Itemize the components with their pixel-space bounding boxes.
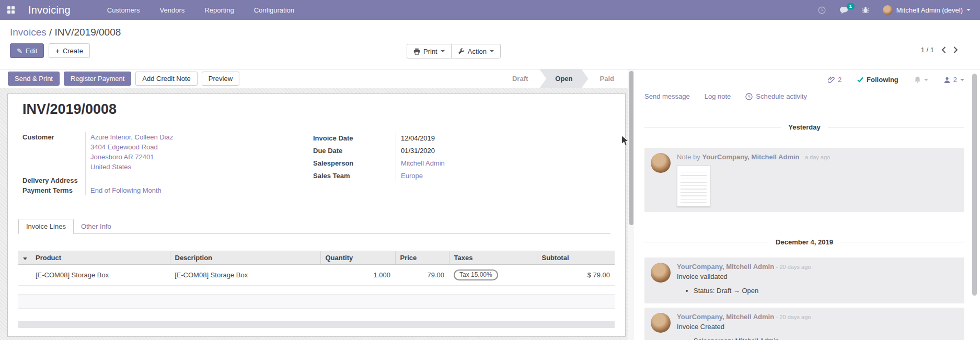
activities-clock-icon[interactable]: [818, 6, 826, 14]
divider-date: December 4, 2019: [644, 238, 964, 246]
edit-button[interactable]: ✎ Edit: [10, 43, 44, 58]
mouse-cursor: [621, 135, 630, 149]
invoice-sheet: INV/2019/0008 Customer Azure Interior, C…: [7, 93, 626, 337]
breadcrumb-current: INV/2019/0008: [55, 27, 121, 38]
horizontal-scrollbar[interactable]: [18, 321, 615, 328]
cell-product[interactable]: [E-COM08] Storage Box: [31, 265, 170, 286]
state-draft[interactable]: Draft: [501, 69, 539, 88]
due-date-label: Due Date: [313, 145, 396, 157]
person-icon: [944, 77, 950, 83]
print-button[interactable]: Print: [407, 44, 452, 58]
salesperson-value[interactable]: Mitchell Admin: [396, 157, 445, 170]
pager-previous-icon[interactable]: [941, 46, 946, 53]
nav-item-vendors[interactable]: Vendors: [160, 6, 185, 14]
create-button[interactable]: + Create: [49, 43, 90, 58]
following-button[interactable]: Following: [857, 76, 898, 84]
cell-description[interactable]: [E-COM08] Storage Box: [170, 265, 320, 286]
form-panel: Send & Print Register Payment Add Credit…: [0, 69, 634, 340]
note-message: Note by YourCompany, Mitchell Admin - a …: [644, 148, 964, 212]
message-author[interactable]: YourCompany, Mitchell Admin: [702, 153, 799, 161]
empty-table-row: [18, 294, 615, 309]
cell-subtotal[interactable]: $ 79.00: [537, 265, 615, 286]
printer-icon: [413, 48, 420, 55]
table-header-row: Product Description Quantity Price Taxes…: [18, 251, 615, 265]
divider-yesterday: Yesterday: [644, 123, 964, 131]
chatter-scrollbar-thumb[interactable]: [972, 74, 977, 296]
column-taxes[interactable]: Taxes: [449, 251, 537, 265]
cell-price[interactable]: 79.00: [395, 265, 449, 286]
sales-team-value[interactable]: Europe: [396, 170, 445, 182]
column-subtotal[interactable]: Subtotal: [537, 251, 615, 265]
customer-city[interactable]: Jonesboro AR 72401: [85, 152, 313, 162]
send-message-button[interactable]: Send message: [644, 92, 690, 100]
form-scrollbar-thumb[interactable]: [629, 71, 633, 225]
avatar: [651, 153, 671, 173]
cell-quantity[interactable]: 1.000: [320, 265, 395, 286]
add-credit-note-button[interactable]: Add Credit Note: [135, 72, 198, 86]
cell-taxes[interactable]: Tax 15.00%: [449, 265, 537, 286]
tab-invoice-lines[interactable]: Invoice Lines: [18, 219, 74, 234]
state-paid[interactable]: Paid: [589, 69, 626, 88]
preview-button[interactable]: Preview: [202, 72, 239, 86]
chatter-actions: Send message Log note Schedule activity: [644, 92, 964, 100]
tab-other-info[interactable]: Other Info: [74, 219, 119, 233]
attachment-thumbnail[interactable]: [677, 165, 710, 207]
user-menu[interactable]: Mitchell Admin (devel): [883, 5, 971, 15]
tracking-value: Salesperson: Mitchell Admin: [694, 337, 811, 340]
pager-next-icon[interactable]: [953, 46, 958, 53]
sales-team-label: Sales Team: [313, 170, 396, 182]
subscription-bell-button[interactable]: [914, 76, 928, 83]
customer-street[interactable]: 3404 Edgewood Road: [85, 142, 313, 152]
chevron-down-icon: [490, 50, 494, 52]
customer-name-link[interactable]: Azure Interior, Colleen Diaz: [85, 132, 313, 142]
payment-terms-value[interactable]: End of Following Month: [85, 185, 313, 195]
breadcrumb-invoices[interactable]: Invoices: [10, 27, 47, 38]
pager-value: 1 / 1: [921, 46, 934, 54]
sort-caret-icon[interactable]: [18, 251, 31, 265]
tracking-value: Status: Draft → Open: [694, 287, 811, 295]
delivery-address-value[interactable]: [85, 175, 313, 185]
message-header: YourCompany, Mitchell Admin - 20 days ag…: [677, 263, 811, 271]
attachments-button[interactable]: 2: [828, 76, 841, 84]
due-date-value[interactable]: 01/31/2020: [396, 145, 445, 157]
check-icon: [857, 77, 863, 83]
column-product[interactable]: Product: [31, 251, 170, 265]
form-scrollbar[interactable]: [628, 69, 634, 340]
messages-icon[interactable]: 1: [839, 6, 848, 14]
breadcrumb-separator: /: [47, 27, 55, 38]
invoice-date-value[interactable]: 12/04/2019: [396, 132, 445, 145]
chevron-down-icon: [441, 50, 445, 52]
nav-item-customers[interactable]: Customers: [107, 6, 140, 14]
navbar-right: 1 Mitchell Admin (devel): [818, 5, 971, 15]
column-description[interactable]: Description: [170, 251, 320, 265]
pager: 1 / 1: [921, 46, 958, 54]
chevron-down-icon: [960, 79, 964, 81]
tax-badge: Tax 15.00%: [454, 269, 498, 280]
message-header: Note by YourCompany, Mitchell Admin - a …: [677, 153, 830, 161]
message-invoice-validated: YourCompany, Mitchell Admin - 20 days ag…: [644, 257, 964, 303]
column-quantity[interactable]: Quantity: [320, 251, 395, 265]
app-brand[interactable]: Invoicing: [28, 4, 71, 16]
message-author[interactable]: YourCompany, Mitchell Admin: [677, 313, 774, 321]
delivery-address-label: Delivery Address: [22, 175, 85, 185]
action-button[interactable]: Action: [451, 44, 501, 58]
nav-item-configuration[interactable]: Configuration: [254, 6, 294, 14]
avatar: [651, 263, 671, 283]
column-price[interactable]: Price: [395, 251, 449, 265]
debug-bug-icon[interactable]: [862, 6, 869, 14]
notebook-tabs: Invoice Lines Other Info: [18, 218, 610, 234]
send-print-button[interactable]: Send & Print: [8, 72, 60, 86]
schedule-activity-button[interactable]: Schedule activity: [745, 92, 807, 100]
followers-button[interactable]: 2: [944, 76, 964, 84]
paperclip-icon: [828, 76, 835, 84]
customer-country[interactable]: United States: [85, 162, 313, 172]
message-author[interactable]: YourCompany, Mitchell Admin: [677, 263, 774, 271]
apps-menu-icon[interactable]: [7, 6, 15, 14]
state-open[interactable]: Open: [539, 69, 588, 88]
table-row[interactable]: [E-COM08] Storage Box [E-COM08] Storage …: [18, 265, 615, 286]
top-navbar: Invoicing Customers Vendors Reporting Co…: [0, 0, 980, 20]
register-payment-button[interactable]: Register Payment: [64, 72, 131, 86]
log-note-button[interactable]: Log note: [705, 92, 731, 100]
chatter-topbar: 2 Following: [644, 76, 964, 84]
nav-item-reporting[interactable]: Reporting: [204, 6, 234, 14]
